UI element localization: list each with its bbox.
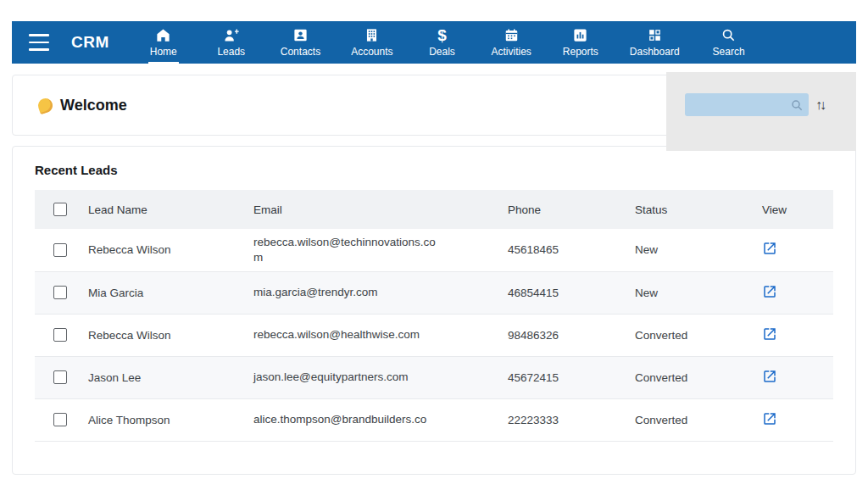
nav-items: Home Leads Contacts Accounts $ Deals: [145, 27, 748, 58]
lead-phone: 46854415: [501, 271, 628, 314]
lead-phone: 45672415: [501, 356, 628, 398]
table-row: Rebecca Wilson rebecca.wilson@healthwise…: [35, 314, 833, 356]
lead-phone: 22223333: [501, 398, 628, 441]
nav-label: Home: [150, 46, 177, 58]
leads-icon: [223, 27, 240, 43]
nav-label: Deals: [429, 46, 455, 58]
nav-label: Dashboard: [630, 46, 680, 58]
search-highlight-overlay: ↑↓: [666, 72, 856, 151]
open-lead-icon[interactable]: [762, 411, 777, 426]
lead-email: alice.thompson@brandbuilders.co: [253, 412, 436, 427]
nav-item-reports[interactable]: Reports: [562, 27, 599, 58]
header-checkbox-cell: [35, 190, 81, 229]
open-lead-icon[interactable]: [762, 284, 777, 299]
nav-item-home[interactable]: Home: [145, 27, 182, 58]
lead-email: rebecca.wilson@healthwise.com: [253, 327, 436, 342]
row-checkbox[interactable]: [53, 243, 67, 257]
select-all-checkbox[interactable]: [53, 203, 67, 216]
lead-phone: 98486326: [501, 314, 628, 356]
nav-label: Accounts: [351, 46, 392, 58]
hamburger-menu-icon[interactable]: [29, 34, 49, 51]
accounts-icon: [364, 27, 380, 43]
row-checkbox[interactable]: [53, 413, 67, 426]
home-icon: [155, 27, 171, 43]
row-checkbox[interactable]: [53, 370, 67, 384]
activities-icon: [504, 27, 520, 43]
lead-phone: 45618465: [501, 229, 628, 271]
nav-item-search[interactable]: Search: [710, 27, 748, 58]
search-wrap: [685, 93, 809, 116]
table-row: Mia Garcia mia.garcia@trendyr.com 468544…: [35, 271, 833, 314]
open-lead-icon[interactable]: [762, 326, 777, 342]
lead-email: mia.garcia@trendyr.com: [253, 285, 436, 300]
brand-logo: CRM: [71, 33, 109, 52]
table-header-row: Lead Name Email Phone Status View: [35, 190, 833, 229]
lead-email: jason.lee@equitypartners.com: [253, 370, 436, 385]
nav-item-dashboard[interactable]: Dashboard: [630, 27, 680, 58]
search-input-magnifier-icon: [790, 98, 804, 115]
reports-icon: [572, 27, 588, 43]
nav-label: Activities: [492, 46, 531, 58]
page-title: Welcome: [60, 97, 127, 114]
leads-table: Lead Name Email Phone Status View Rebecc…: [35, 190, 833, 442]
column-header: Phone: [501, 190, 628, 229]
row-checkbox[interactable]: [53, 328, 67, 342]
nav-item-activities[interactable]: Activities: [492, 27, 531, 58]
lead-name: Rebecca Wilson: [81, 314, 247, 356]
nav-label: Contacts: [281, 46, 320, 58]
lead-name: Alice Thompson: [81, 398, 247, 441]
lead-status: New: [628, 271, 747, 314]
contacts-icon: [292, 27, 309, 43]
lead-status: Converted: [628, 398, 747, 441]
open-lead-icon[interactable]: [762, 369, 777, 384]
sort-arrows-icon[interactable]: ↑↓: [815, 93, 824, 116]
column-header: Status: [628, 190, 747, 229]
table-row: Alice Thompson alice.thompson@brandbuild…: [35, 398, 833, 441]
lead-name: Mia Garcia: [81, 271, 247, 314]
nav-label: Search: [713, 46, 745, 58]
top-navbar: CRM Home Leads Contacts Accounts: [12, 21, 856, 64]
column-header: View: [747, 190, 833, 229]
table-row: Rebecca Wilson rebecca.wilson@techinnova…: [35, 229, 833, 271]
open-lead-icon[interactable]: [762, 241, 777, 256]
lead-status: Converted: [628, 314, 747, 356]
column-header: Email: [247, 190, 501, 229]
table-title: Recent Leads: [35, 163, 855, 177]
waving-hand-icon: [36, 96, 54, 114]
search-icon: [721, 27, 737, 43]
row-checkbox[interactable]: [53, 286, 67, 299]
nav-label: Reports: [563, 46, 598, 58]
recent-leads-card: Recent Leads Lead Name Email Phone Statu…: [12, 146, 856, 475]
deals-icon: $: [437, 27, 447, 43]
lead-name: Jason Lee: [81, 356, 247, 398]
table-row: Jason Lee jason.lee@equitypartners.com 4…: [35, 356, 833, 398]
lead-name: Rebecca Wilson: [81, 229, 247, 271]
lead-status: New: [628, 229, 747, 271]
column-header: Lead Name: [81, 190, 247, 229]
nav-item-deals[interactable]: $ Deals: [424, 27, 461, 58]
lead-email: rebecca.wilson@techinnovations.com: [253, 235, 436, 264]
dashboard-icon: [647, 27, 663, 43]
nav-item-accounts[interactable]: Accounts: [351, 27, 392, 58]
nav-item-contacts[interactable]: Contacts: [281, 27, 320, 58]
lead-status: Converted: [628, 356, 747, 398]
nav-item-leads[interactable]: Leads: [213, 27, 250, 58]
nav-label: Leads: [217, 46, 245, 58]
